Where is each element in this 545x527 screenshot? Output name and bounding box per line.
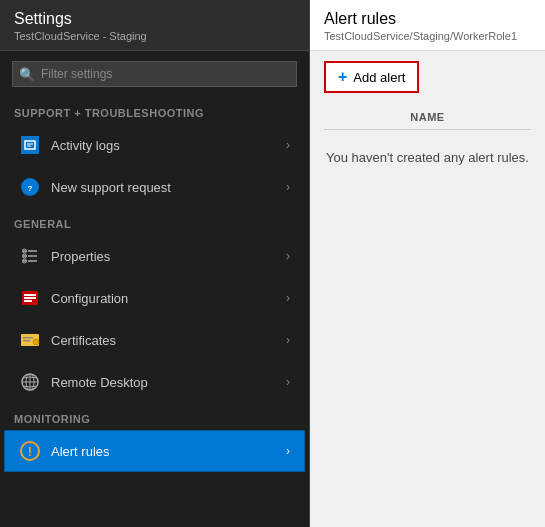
right-panel-subtitle: TestCloudService/Staging/WorkerRole1 [324,30,531,42]
right-content: NAME You haven't created any alert rules… [310,103,545,185]
search-input[interactable] [12,61,297,87]
chevron-icon: › [286,138,290,152]
sidebar-item-label: Configuration [51,291,286,306]
plus-icon: + [338,68,347,86]
empty-state-message: You haven't created any alert rules. [324,130,531,185]
search-icon: 🔍 [19,67,35,82]
sidebar-item-certificates[interactable]: Certificates › [4,319,305,361]
sidebar-item-label: New support request [51,180,286,195]
right-panel-header: Alert rules TestCloudService/Staging/Wor… [310,0,545,51]
config-icon [19,287,41,309]
left-panel-header: Settings TestCloudService - Staging [0,0,309,51]
left-panel: Settings TestCloudService - Staging 🔍 SU… [0,0,310,527]
left-panel-title: Settings [14,10,295,28]
svg-rect-20 [23,340,30,342]
sidebar-item-label: Remote Desktop [51,375,286,390]
svg-text:!: ! [28,444,32,459]
column-header-name: NAME [324,103,531,130]
svg-point-21 [33,339,39,345]
left-panel-subtitle: TestCloudService - Staging [14,30,295,42]
sidebar-item-remote-desktop[interactable]: Remote Desktop › [4,361,305,403]
sidebar-item-properties[interactable]: Properties › [4,235,305,277]
right-panel-title: Alert rules [324,10,531,28]
svg-rect-17 [24,300,32,302]
chevron-icon: › [286,444,290,458]
chevron-icon: › [286,180,290,194]
cert-icon [19,329,41,351]
sidebar-item-label: Alert rules [51,444,286,459]
section-label-monitoring: MONITORING [0,403,309,430]
support-icon: ? [19,176,41,198]
sidebar-item-alert-rules[interactable]: ! Alert rules › [4,430,305,472]
chevron-icon: › [286,249,290,263]
sidebar-item-activity-logs[interactable]: Activity logs › [4,124,305,166]
activity-icon [19,134,41,156]
chevron-icon: › [286,375,290,389]
add-alert-label: Add alert [353,70,405,85]
remote-desktop-icon [19,371,41,393]
svg-rect-19 [23,337,33,339]
svg-rect-16 [24,297,36,299]
sidebar-item-label: Properties [51,249,286,264]
sidebar-item-label: Certificates [51,333,286,348]
search-box[interactable]: 🔍 [12,61,297,87]
chevron-icon: › [286,333,290,347]
svg-rect-15 [24,294,36,296]
section-label-general: GENERAL [0,208,309,235]
sidebar-item-new-support-request[interactable]: ? New support request › [4,166,305,208]
section-label-support: SUPPORT + TROUBLESHOOTING [0,97,309,124]
sidebar-item-configuration[interactable]: Configuration › [4,277,305,319]
sidebar-item-label: Activity logs [51,138,286,153]
svg-text:?: ? [28,184,33,193]
chevron-icon: › [286,291,290,305]
right-panel: Alert rules TestCloudService/Staging/Wor… [310,0,545,527]
alert-icon: ! [19,440,41,462]
properties-icon [19,245,41,267]
add-alert-button[interactable]: + Add alert [324,61,419,93]
svg-rect-0 [25,141,35,149]
